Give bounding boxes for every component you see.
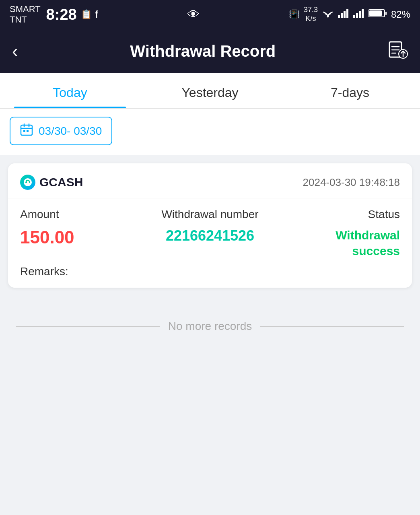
- calendar-icon: [20, 123, 33, 139]
- svg-rect-11: [369, 10, 382, 16]
- tab-yesterday[interactable]: Yesterday: [140, 73, 280, 108]
- divider-left: [16, 326, 160, 327]
- status-line2: success: [352, 244, 400, 258]
- header: ‹ Withdrawal Record: [0, 29, 420, 73]
- network-speed: 37.3K/s: [304, 6, 318, 23]
- svg-point-24: [24, 178, 32, 186]
- status-icons-left: 📋 f: [81, 9, 98, 20]
- svg-rect-22: [23, 130, 25, 132]
- date-picker-button[interactable]: 03/30- 03/30: [10, 117, 112, 145]
- page-title: Withdrawal Record: [130, 42, 276, 60]
- status-left: SMARTTNT 8:28 📋 f: [10, 4, 98, 25]
- no-more-text: No more records: [168, 320, 252, 333]
- facebook-icon: f: [95, 9, 98, 20]
- status-line1: Withdrawal: [336, 229, 400, 242]
- gcash-icon: [20, 175, 35, 190]
- no-more-records: No more records: [0, 296, 420, 357]
- col-status-label: Status: [296, 208, 400, 221]
- record-datetime: 2024-03-30 19:48:18: [303, 176, 400, 189]
- upload-icon[interactable]: [388, 39, 408, 63]
- notification-icon: 📋: [81, 9, 92, 20]
- date-range-text: 03/30- 03/30: [39, 125, 102, 138]
- divider-right: [260, 326, 404, 327]
- vibrate-icon: 📳: [289, 9, 300, 20]
- record-labels: Amount Withdrawal number Status: [20, 208, 400, 221]
- record-values: 150.00 22166241526 Withdrawal success: [20, 227, 400, 259]
- svg-rect-5: [353, 15, 355, 18]
- svg-rect-1: [338, 15, 340, 18]
- col-amount-label: Amount: [20, 208, 124, 221]
- tabs-container: Today Yesterday 7-days: [0, 73, 420, 109]
- status-value: Withdrawal success: [296, 227, 400, 259]
- battery-icon: [369, 9, 387, 20]
- svg-rect-7: [359, 11, 361, 18]
- record-body: Amount Withdrawal number Status 150.00 2…: [8, 198, 412, 288]
- record-header: GCASH 2024-03-30 19:48:18: [8, 163, 412, 198]
- signal-icon-1: [338, 9, 349, 20]
- svg-point-0: [327, 16, 329, 18]
- svg-rect-18: [21, 125, 32, 135]
- eye-icon: 👁: [187, 8, 200, 21]
- tab-today[interactable]: Today: [0, 73, 140, 108]
- tab-7days[interactable]: 7-days: [280, 73, 420, 108]
- svg-rect-10: [385, 12, 387, 15]
- svg-point-25: [25, 181, 27, 183]
- battery-percent: 82%: [391, 9, 410, 20]
- carrier-text: SMARTTNT: [10, 4, 41, 25]
- status-time: 8:28: [46, 6, 77, 23]
- svg-rect-6: [356, 13, 358, 18]
- status-right: 📳 37.3K/s: [289, 6, 410, 23]
- svg-rect-4: [346, 9, 348, 18]
- svg-rect-3: [344, 11, 346, 18]
- svg-rect-2: [341, 13, 343, 18]
- date-picker-container: 03/30- 03/30: [0, 109, 420, 155]
- record-card: GCASH 2024-03-30 19:48:18 Amount Withdra…: [8, 163, 412, 288]
- record-remarks: Remarks:: [20, 265, 400, 278]
- gcash-logo: GCASH: [20, 175, 83, 190]
- withdrawal-number-value: 22166241526: [124, 227, 296, 244]
- records-section: GCASH 2024-03-30 19:48:18 Amount Withdra…: [0, 155, 420, 296]
- col-withdrawal-number-label: Withdrawal number: [124, 208, 296, 221]
- svg-rect-23: [27, 130, 29, 132]
- back-button[interactable]: ‹: [12, 41, 18, 61]
- status-bar: SMARTTNT 8:28 📋 f 👁 📳 37.3K/s: [0, 0, 420, 29]
- signal-icon-2: [353, 9, 364, 20]
- gcash-label: GCASH: [39, 175, 83, 189]
- svg-rect-8: [362, 9, 364, 18]
- amount-value: 150.00: [20, 227, 124, 247]
- wifi-icon: [322, 8, 334, 21]
